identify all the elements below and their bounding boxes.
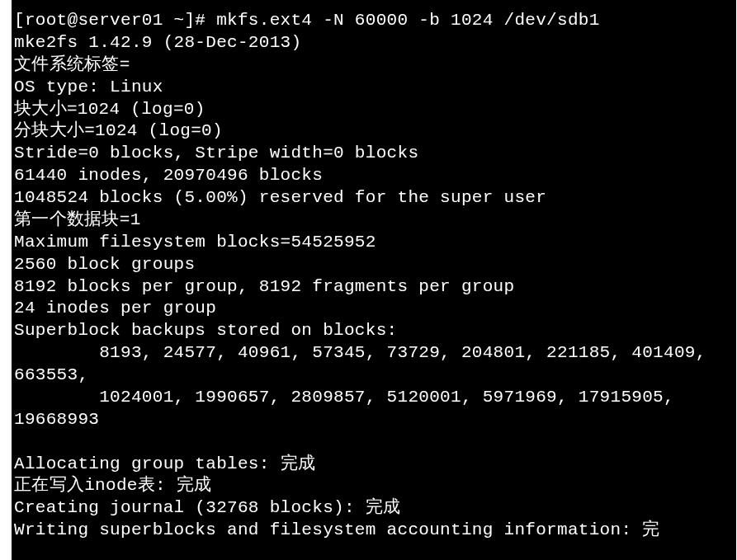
output-line: 8193, 24577, 40961, 57345, 73729, 204801… bbox=[14, 343, 717, 384]
shell-prompt: [root@server01 ~]# bbox=[14, 11, 216, 30]
output-line: OS type: Linux bbox=[14, 78, 163, 96]
output-line: Writing superblocks and filesystem accou… bbox=[14, 520, 660, 539]
output-line: 分块大小=1024 (log=0) bbox=[14, 121, 223, 140]
output-line: Stride=0 blocks, Stripe width=0 blocks bbox=[14, 144, 418, 162]
output-line: 1024001, 1990657, 2809857, 5120001, 5971… bbox=[14, 388, 685, 429]
output-line: 第一个数据块=1 bbox=[14, 210, 141, 229]
output-line: 文件系统标签= bbox=[14, 55, 130, 74]
output-line: Creating journal (32768 blocks): 完成 bbox=[14, 498, 400, 517]
output-line: 2560 block groups bbox=[14, 255, 195, 274]
output-line: 8192 blocks per group, 8192 fragments pe… bbox=[14, 277, 514, 296]
output-line: 24 inodes per group bbox=[14, 299, 216, 318]
output-line: 1048524 blocks (5.00%) reserved for the … bbox=[14, 188, 546, 207]
output-line: Superblock backups stored on blocks: bbox=[14, 321, 408, 340]
output-line: 正在写入inode表: 完成 bbox=[14, 476, 211, 495]
terminal-window[interactable]: [root@server01 ~]# mkfs.ext4 -N 60000 -b… bbox=[12, 0, 736, 560]
output-line: 61440 inodes, 20970496 blocks bbox=[14, 166, 323, 185]
output-line: Maximum filesystem blocks=54525952 bbox=[14, 233, 376, 252]
output-line: mke2fs 1.42.9 (28-Dec-2013) bbox=[14, 33, 301, 52]
output-line: 块大小=1024 (log=0) bbox=[14, 100, 206, 119]
output-line: Allocating group tables: 完成 bbox=[14, 454, 315, 473]
command-text: mkfs.ext4 -N 60000 -b 1024 /dev/sdb1 bbox=[216, 11, 599, 30]
